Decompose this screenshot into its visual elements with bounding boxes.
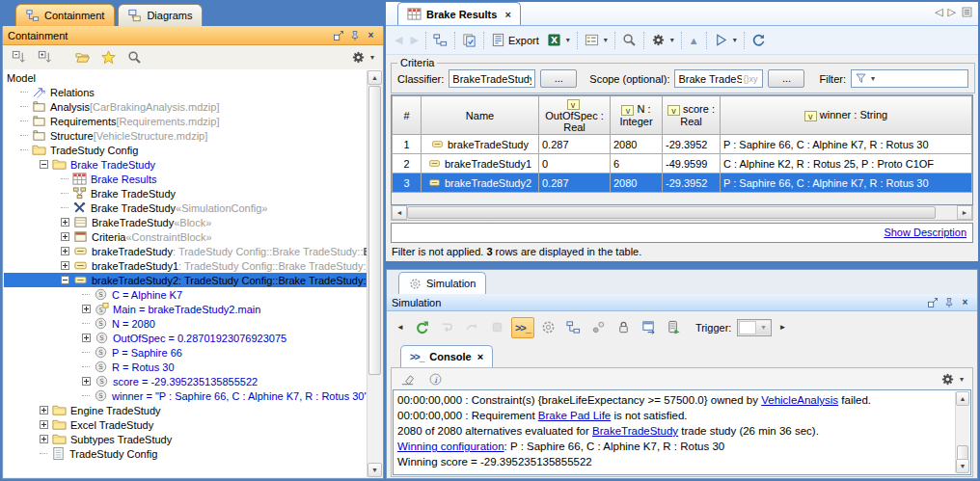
- table-row[interactable]: 3brakeTradeStudy20.2872080-29.3952P : Sa…: [393, 174, 972, 193]
- row-number-cell[interactable]: 2: [393, 154, 422, 174]
- tree-item[interactable]: Brake TradeStudy «SimulationConfig»: [4, 200, 367, 215]
- close-icon[interactable]: ×: [958, 296, 972, 309]
- tab-simulation[interactable]: Simulation: [398, 272, 486, 294]
- expander-icon[interactable]: [82, 305, 91, 313]
- expander-icon[interactable]: [40, 435, 48, 443]
- scroll-down-icon[interactable]: ▼: [956, 459, 969, 473]
- table-horizontal-scrollbar[interactable]: ◄ ►: [391, 205, 973, 221]
- trigger-select[interactable]: ▼: [737, 319, 772, 336]
- tree-item[interactable]: brakeTradeStudy : TradeStudy Config::Bra…: [4, 244, 367, 258]
- expander-icon[interactable]: [40, 160, 48, 169]
- close-tab-icon[interactable]: ×: [504, 9, 510, 20]
- n-cell[interactable]: 6: [611, 154, 663, 174]
- play-button[interactable]: ▾: [710, 30, 741, 51]
- table-row[interactable]: 1brakeTradeStudy0.2872080-29.3952P : Sap…: [393, 135, 972, 154]
- outofspec-cell[interactable]: 0.287: [539, 174, 611, 193]
- scope-field[interactable]: Brake TradeStudy {}xy: [674, 69, 763, 88]
- step-over-button[interactable]: [461, 317, 483, 338]
- gear-button[interactable]: ▾: [347, 46, 378, 67]
- open-diagram-button[interactable]: [71, 46, 94, 67]
- tree-item[interactable]: brakeTradeStudy2 : TradeStudy Config::Br…: [4, 273, 367, 287]
- float-window-icon[interactable]: [925, 296, 939, 309]
- filter-field[interactable]: ▾: [851, 69, 968, 88]
- tree-item[interactable]: TradeStudy Config: [4, 446, 367, 461]
- tree-item[interactable]: OutOfSpec = 0.28701923076923075: [4, 331, 367, 345]
- pin-icon[interactable]: [941, 296, 956, 309]
- lock-button[interactable]: [612, 317, 635, 338]
- collapse-selected-button[interactable]: [34, 46, 56, 67]
- row-number-cell[interactable]: 3: [393, 174, 422, 193]
- expander-icon[interactable]: [61, 232, 69, 241]
- handle-right-button[interactable]: ►: [775, 317, 790, 338]
- tree-item[interactable]: BrakeTradeStudy «Block»: [4, 215, 367, 229]
- tree-item[interactable]: Subtypes TradeStudy: [4, 432, 367, 446]
- tree-item[interactable]: Relations: [4, 85, 367, 99]
- scope-browse-button[interactable]: ...: [768, 69, 804, 88]
- console-link[interactable]: Brake Pad Life: [538, 410, 611, 421]
- next-tab-icon[interactable]: ▷: [948, 6, 956, 18]
- classifier-browse-button[interactable]: ...: [540, 69, 577, 88]
- tree-item[interactable]: Brake Results: [4, 172, 367, 186]
- arrow-back-button[interactable]: ◀: [391, 30, 406, 51]
- scroll-right-icon[interactable]: ►: [957, 205, 972, 220]
- winner-cell[interactable]: P : Saphire 66, C : Alphine K7, R : Rotu…: [721, 174, 972, 193]
- breakpoints-button[interactable]: [587, 317, 610, 338]
- tree-item[interactable]: Model: [4, 70, 367, 85]
- handle-left-button[interactable]: ◄: [393, 317, 408, 338]
- console-link[interactable]: Winning configuration: [397, 441, 504, 452]
- score-cell[interactable]: -29.3952: [663, 174, 721, 193]
- stop-button[interactable]: [486, 317, 508, 338]
- tree-item[interactable]: N = 2080: [4, 316, 367, 331]
- excel-button[interactable]: ▾: [543, 30, 574, 51]
- console-link[interactable]: VehicleAnalysis: [761, 394, 838, 406]
- tab-diagrams[interactable]: Diagrams: [118, 4, 203, 26]
- expander-icon[interactable]: [40, 420, 48, 429]
- score-cell[interactable]: -29.3952: [663, 135, 721, 154]
- sheets-button[interactable]: [458, 30, 480, 51]
- tree-item[interactable]: Structure [VehicleStructure.mdzip]: [4, 128, 367, 143]
- containment-tree-button[interactable]: [429, 30, 451, 51]
- tab-list-icon[interactable]: [961, 6, 973, 18]
- score-cell[interactable]: -49.9599: [663, 154, 721, 174]
- table-row[interactable]: 2brakeTradeStudy106-49.9599C : Alphine K…: [393, 154, 972, 174]
- gear-button[interactable]: ▾: [647, 30, 678, 51]
- column-header[interactable]: vscore : Real: [663, 96, 721, 135]
- column-header[interactable]: vwinner : String: [721, 96, 972, 135]
- column-header[interactable]: Name: [422, 96, 539, 135]
- name-cell[interactable]: brakeTradeStudy1: [422, 154, 539, 174]
- name-cell[interactable]: brakeTradeStudy2: [422, 174, 539, 193]
- tree-item[interactable]: Brake TradeStudy: [4, 186, 367, 200]
- export-window-button[interactable]: [638, 317, 660, 338]
- expander-icon[interactable]: [61, 276, 69, 284]
- tree-item[interactable]: score = -29.395235135855522: [4, 374, 367, 388]
- expander-icon[interactable]: [40, 406, 48, 414]
- show-description-link[interactable]: Show Description: [884, 227, 966, 238]
- tree-item[interactable]: Analysis [CarBrakingAnalysis.mdzip]: [4, 99, 367, 114]
- outofspec-cell[interactable]: 0.287: [539, 135, 611, 154]
- refresh-button[interactable]: [748, 30, 770, 51]
- scroll-up-icon[interactable]: ▲: [368, 70, 382, 85]
- prev-tab-icon[interactable]: ◁: [935, 6, 942, 18]
- console-link[interactable]: BrakeTradeStudy: [592, 425, 678, 437]
- winner-cell[interactable]: P : Saphire 66, C : Alphine K7, R : Rotu…: [721, 135, 972, 154]
- containment-tree-button[interactable]: [562, 317, 585, 338]
- column-header[interactable]: #: [393, 96, 422, 135]
- winner-cell[interactable]: C : Alphine K2, R : Rotus 25, P : Proto …: [721, 154, 972, 174]
- eraser-button[interactable]: [396, 368, 419, 389]
- columns-button[interactable]: ▾: [581, 30, 612, 51]
- scroll-thumb[interactable]: [368, 86, 381, 375]
- gear-button[interactable]: ▾: [937, 368, 967, 389]
- scroll-up-icon[interactable]: ▲: [956, 391, 969, 406]
- console-mode-button[interactable]: >>_: [511, 317, 534, 338]
- magnifier-button[interactable]: [123, 46, 146, 67]
- row-number-cell[interactable]: 1: [393, 135, 422, 154]
- scroll-down-icon[interactable]: ▼: [368, 463, 382, 477]
- arrow-forward-button[interactable]: ▶: [406, 30, 422, 51]
- column-header[interactable]: vN : Integer: [611, 96, 663, 135]
- expander-icon[interactable]: [61, 261, 69, 270]
- tree-item[interactable]: C = Alphine K7: [4, 287, 367, 302]
- up-arrow-button[interactable]: ▲: [685, 30, 703, 51]
- expander-icon[interactable]: [82, 334, 91, 342]
- tab-containment[interactable]: Containment: [15, 4, 115, 26]
- magnifier-button[interactable]: [618, 30, 640, 51]
